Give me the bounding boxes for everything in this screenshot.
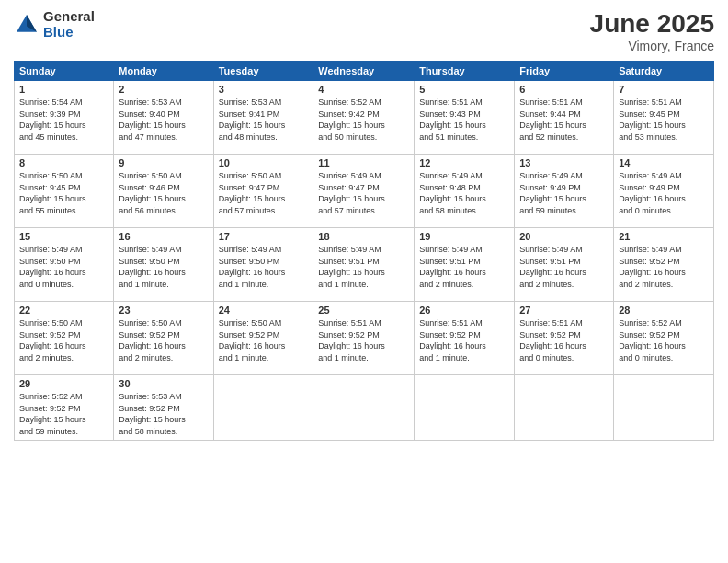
day-number-30: 30 xyxy=(119,378,208,389)
header-saturday: Saturday xyxy=(614,62,714,81)
day-info-25: Sunrise: 5:51 AM Sunset: 9:52 PM Dayligh… xyxy=(318,317,409,363)
day-number-24: 24 xyxy=(219,304,309,316)
table-row xyxy=(614,375,714,441)
day-info-13: Sunrise: 5:49 AM Sunset: 9:49 PM Dayligh… xyxy=(519,170,609,216)
table-row: 3Sunrise: 5:53 AM Sunset: 9:41 PM Daylig… xyxy=(213,81,313,155)
day-number-2: 2 xyxy=(119,84,208,95)
day-info-18: Sunrise: 5:49 AM Sunset: 9:51 PM Dayligh… xyxy=(318,244,409,290)
day-info-26: Sunrise: 5:51 AM Sunset: 9:52 PM Dayligh… xyxy=(419,317,509,363)
table-row: 16Sunrise: 5:49 AM Sunset: 9:50 PM Dayli… xyxy=(114,228,213,302)
day-number-21: 21 xyxy=(619,231,709,242)
day-info-5: Sunrise: 5:51 AM Sunset: 9:43 PM Dayligh… xyxy=(419,97,509,143)
day-info-20: Sunrise: 5:49 AM Sunset: 9:51 PM Dayligh… xyxy=(519,244,609,290)
calendar-week-1: 1Sunrise: 5:54 AM Sunset: 9:39 PM Daylig… xyxy=(15,81,714,155)
day-number-3: 3 xyxy=(219,84,309,95)
day-number-8: 8 xyxy=(19,157,108,168)
table-row xyxy=(415,375,515,441)
day-number-27: 27 xyxy=(519,304,609,316)
day-info-7: Sunrise: 5:51 AM Sunset: 9:45 PM Dayligh… xyxy=(619,97,709,143)
table-row: 13Sunrise: 5:49 AM Sunset: 9:49 PM Dayli… xyxy=(515,155,614,228)
table-row: 20Sunrise: 5:49 AM Sunset: 9:51 PM Dayli… xyxy=(515,228,614,302)
table-row: 29Sunrise: 5:52 AM Sunset: 9:52 PM Dayli… xyxy=(15,375,114,441)
day-number-20: 20 xyxy=(519,231,609,242)
day-info-21: Sunrise: 5:49 AM Sunset: 9:52 PM Dayligh… xyxy=(619,244,709,290)
day-number-26: 26 xyxy=(419,304,509,316)
day-info-24: Sunrise: 5:50 AM Sunset: 9:52 PM Dayligh… xyxy=(219,317,309,363)
day-info-10: Sunrise: 5:50 AM Sunset: 9:47 PM Dayligh… xyxy=(219,170,309,216)
day-info-19: Sunrise: 5:49 AM Sunset: 9:51 PM Dayligh… xyxy=(419,244,509,290)
page-header: General Blue June 2025 Vimory, France xyxy=(14,9,714,53)
day-number-19: 19 xyxy=(419,231,509,242)
table-row: 2Sunrise: 5:53 AM Sunset: 9:40 PM Daylig… xyxy=(114,81,213,155)
day-number-14: 14 xyxy=(619,157,709,168)
table-row: 11Sunrise: 5:49 AM Sunset: 9:47 PM Dayli… xyxy=(313,155,415,228)
table-row: 10Sunrise: 5:50 AM Sunset: 9:47 PM Dayli… xyxy=(213,155,313,228)
table-row: 17Sunrise: 5:49 AM Sunset: 9:50 PM Dayli… xyxy=(213,228,313,302)
day-number-4: 4 xyxy=(318,84,409,95)
day-number-16: 16 xyxy=(119,231,208,242)
month-title: June 2025 xyxy=(590,9,714,39)
table-row: 1Sunrise: 5:54 AM Sunset: 9:39 PM Daylig… xyxy=(15,81,114,155)
calendar-header-row: Sunday Monday Tuesday Wednesday Thursday… xyxy=(15,62,714,81)
day-number-18: 18 xyxy=(318,231,409,242)
day-info-27: Sunrise: 5:51 AM Sunset: 9:52 PM Dayligh… xyxy=(519,317,609,363)
day-info-22: Sunrise: 5:50 AM Sunset: 9:52 PM Dayligh… xyxy=(19,317,108,363)
table-row: 12Sunrise: 5:49 AM Sunset: 9:48 PM Dayli… xyxy=(415,155,515,228)
table-row: 5Sunrise: 5:51 AM Sunset: 9:43 PM Daylig… xyxy=(415,81,515,155)
day-number-29: 29 xyxy=(19,378,108,389)
day-number-23: 23 xyxy=(119,304,208,316)
day-info-6: Sunrise: 5:51 AM Sunset: 9:44 PM Dayligh… xyxy=(519,97,609,143)
day-number-11: 11 xyxy=(318,157,409,168)
header-tuesday: Tuesday xyxy=(213,62,313,81)
day-info-11: Sunrise: 5:49 AM Sunset: 9:47 PM Dayligh… xyxy=(318,170,409,216)
day-info-1: Sunrise: 5:54 AM Sunset: 9:39 PM Dayligh… xyxy=(19,97,108,143)
day-number-25: 25 xyxy=(318,304,409,316)
table-row: 27Sunrise: 5:51 AM Sunset: 9:52 PM Dayli… xyxy=(515,302,614,375)
table-row xyxy=(313,375,415,441)
day-info-16: Sunrise: 5:49 AM Sunset: 9:50 PM Dayligh… xyxy=(119,244,208,290)
logo: General Blue xyxy=(14,9,95,40)
day-number-13: 13 xyxy=(519,157,609,168)
table-row: 24Sunrise: 5:50 AM Sunset: 9:52 PM Dayli… xyxy=(213,302,313,375)
table-row: 25Sunrise: 5:51 AM Sunset: 9:52 PM Dayli… xyxy=(313,302,415,375)
day-number-1: 1 xyxy=(19,84,108,95)
day-number-12: 12 xyxy=(419,157,509,168)
day-number-15: 15 xyxy=(19,231,108,242)
day-info-30: Sunrise: 5:53 AM Sunset: 9:52 PM Dayligh… xyxy=(119,391,208,437)
calendar-week-2: 8Sunrise: 5:50 AM Sunset: 9:45 PM Daylig… xyxy=(15,155,714,228)
day-info-15: Sunrise: 5:49 AM Sunset: 9:50 PM Dayligh… xyxy=(19,244,108,290)
table-row: 6Sunrise: 5:51 AM Sunset: 9:44 PM Daylig… xyxy=(515,81,614,155)
day-info-23: Sunrise: 5:50 AM Sunset: 9:52 PM Dayligh… xyxy=(119,317,208,363)
day-number-5: 5 xyxy=(419,84,509,95)
day-info-14: Sunrise: 5:49 AM Sunset: 9:49 PM Dayligh… xyxy=(619,170,709,216)
day-number-7: 7 xyxy=(619,84,709,95)
day-number-28: 28 xyxy=(619,304,709,316)
calendar-week-5: 29Sunrise: 5:52 AM Sunset: 9:52 PM Dayli… xyxy=(15,375,714,441)
day-info-4: Sunrise: 5:52 AM Sunset: 9:42 PM Dayligh… xyxy=(318,97,409,143)
header-friday: Friday xyxy=(515,62,614,81)
location: Vimory, France xyxy=(590,39,714,53)
header-monday: Monday xyxy=(114,62,213,81)
table-row xyxy=(213,375,313,441)
table-row: 28Sunrise: 5:52 AM Sunset: 9:52 PM Dayli… xyxy=(614,302,714,375)
table-row: 14Sunrise: 5:49 AM Sunset: 9:49 PM Dayli… xyxy=(614,155,714,228)
day-number-22: 22 xyxy=(19,304,108,316)
day-info-29: Sunrise: 5:52 AM Sunset: 9:52 PM Dayligh… xyxy=(19,391,108,437)
table-row: 22Sunrise: 5:50 AM Sunset: 9:52 PM Dayli… xyxy=(15,302,114,375)
day-number-10: 10 xyxy=(219,157,309,168)
day-number-6: 6 xyxy=(519,84,609,95)
table-row: 7Sunrise: 5:51 AM Sunset: 9:45 PM Daylig… xyxy=(614,81,714,155)
table-row: 30Sunrise: 5:53 AM Sunset: 9:52 PM Dayli… xyxy=(114,375,213,441)
day-info-17: Sunrise: 5:49 AM Sunset: 9:50 PM Dayligh… xyxy=(219,244,309,290)
day-info-12: Sunrise: 5:49 AM Sunset: 9:48 PM Dayligh… xyxy=(419,170,509,216)
calendar-week-3: 15Sunrise: 5:49 AM Sunset: 9:50 PM Dayli… xyxy=(15,228,714,302)
day-number-9: 9 xyxy=(119,157,208,168)
day-info-2: Sunrise: 5:53 AM Sunset: 9:40 PM Dayligh… xyxy=(119,97,208,143)
table-row: 9Sunrise: 5:50 AM Sunset: 9:46 PM Daylig… xyxy=(114,155,213,228)
day-info-28: Sunrise: 5:52 AM Sunset: 9:52 PM Dayligh… xyxy=(619,317,709,363)
table-row: 21Sunrise: 5:49 AM Sunset: 9:52 PM Dayli… xyxy=(614,228,714,302)
table-row: 8Sunrise: 5:50 AM Sunset: 9:45 PM Daylig… xyxy=(15,155,114,228)
table-row: 26Sunrise: 5:51 AM Sunset: 9:52 PM Dayli… xyxy=(415,302,515,375)
header-thursday: Thursday xyxy=(415,62,515,81)
logo-general-text: General xyxy=(43,9,95,25)
